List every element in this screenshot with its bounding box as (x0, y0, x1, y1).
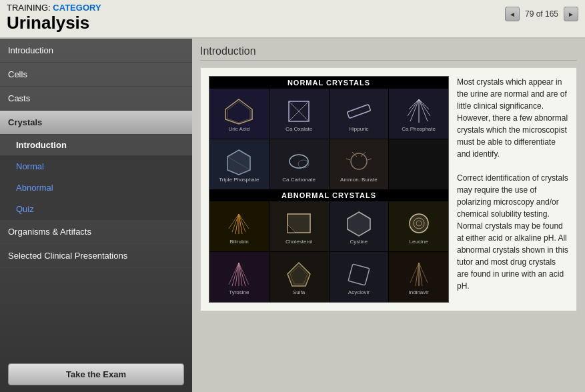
crystal-triple-phosphate: Triple Phosphate (209, 139, 269, 189)
svg-line-20 (346, 159, 350, 160)
description-paragraph-1: Most crystals which appear in the urine … (457, 76, 568, 160)
svg-line-21 (368, 159, 372, 160)
page-title: Urinalysis (7, 13, 578, 33)
crystal-ammon-burate: Ammon. Burate (330, 139, 389, 189)
page-info: 79 of 165 (522, 9, 561, 19)
svg-line-35 (232, 263, 239, 286)
crystal-sulfa-label: Sulfa (293, 289, 305, 295)
abnormal-crystals-title: ABNORMAL CRYSTALS (209, 189, 448, 201)
sidebar-item-crystals[interactable]: Crystals (0, 111, 192, 135)
svg-rect-44 (348, 264, 370, 285)
crystal-sulfa: Sulfa (269, 252, 329, 302)
sidebar-item-organisms[interactable]: Organisms & Artifacts (0, 220, 192, 244)
svg-point-17 (351, 153, 367, 169)
training-label: TRAINING: CATEGORY (7, 3, 578, 13)
svg-marker-0 (225, 99, 252, 124)
content-area: Introduction NORMAL CRYSTALS Uric Acid (192, 39, 585, 392)
crystal-acyclovir-label: Acyclovir (348, 289, 370, 295)
content-box: NORMAL CRYSTALS Uric Acid (200, 67, 577, 311)
svg-line-25 (232, 214, 239, 232)
crystal-cholesterol: Cholesterol (269, 201, 329, 251)
training-prefix: TRAINING: (7, 3, 51, 13)
crystal-uric-acid: Uric Acid (209, 89, 269, 139)
crystal-image: NORMAL CRYSTALS Uric Acid (209, 76, 449, 303)
normal-crystals-title: NORMAL CRYSTALS (209, 77, 448, 89)
svg-line-8 (409, 99, 419, 109)
crystal-leucine-label: Leucine (410, 239, 428, 245)
sidebar-subitem-crystals-abnormal[interactable]: Abnormal (0, 177, 192, 199)
content-heading: Introduction (200, 45, 577, 61)
svg-line-7 (419, 99, 429, 109)
crystal-uric-acid-label: Uric Acid (229, 126, 250, 132)
crystal-hippuric-label: Hippuric (349, 126, 368, 132)
sidebar-subitem-crystals-introduction[interactable]: Introduction (0, 135, 192, 156)
main-layout: Introduction Cells Casts Crystals Introd… (0, 39, 585, 392)
crystal-hippuric: Hippuric (330, 89, 389, 139)
crystal-ca-carbonate-label: Ca Carbonate (282, 177, 316, 183)
sidebar-item-casts[interactable]: Casts (0, 87, 192, 111)
svg-marker-13 (227, 150, 250, 175)
crystal-bilirubin: Bilirubin (209, 201, 269, 251)
svg-point-32 (410, 214, 428, 233)
crystal-indinavir: Indinavir (389, 252, 448, 302)
svg-line-39 (239, 263, 245, 286)
crystal-cholesterol-label: Cholesterol (285, 239, 312, 245)
nav-controls: ◄ 79 of 165 ► (505, 7, 578, 21)
crystal-bilirubin-label: Bilirubin (229, 239, 248, 245)
sidebar-item-introduction[interactable]: Introduction (0, 39, 192, 63)
sidebar-item-cells[interactable]: Cells (0, 63, 192, 87)
description-text: Most crystals which appear in the urine … (457, 76, 568, 303)
svg-line-26 (239, 214, 245, 232)
crystal-ca-phosphate: Ca Phosphate (389, 89, 448, 139)
crystal-ca-oxalate: Ca Oxalate (269, 89, 329, 139)
next-button[interactable]: ► (564, 7, 578, 21)
sidebar: Introduction Cells Casts Crystals Introd… (0, 39, 192, 392)
crystal-ca-phosphate-label: Ca Phosphate (402, 126, 436, 132)
crystal-ca-oxalate-label: Ca Oxalate (285, 126, 312, 132)
svg-rect-5 (347, 104, 370, 118)
svg-line-22 (235, 214, 239, 234)
crystal-indinavir-label: Indinavir (409, 289, 429, 295)
crystal-tyrosine-label: Tyrosine (229, 289, 249, 295)
sidebar-subitem-crystals-normal[interactable]: Normal (0, 156, 192, 177)
svg-line-24 (239, 214, 242, 234)
crystal-cystine: Cystine (330, 201, 389, 251)
crystal-triple-phosphate-label: Triple Phosphate (219, 177, 259, 183)
crystal-acyclovir: Acyclovir (330, 252, 389, 302)
crystal-ca-carbonate: Ca Carbonate (269, 139, 329, 189)
prev-button[interactable]: ◄ (505, 7, 520, 21)
crystal-leucine: Leucine (389, 201, 448, 251)
crystal-empty (389, 139, 448, 189)
sidebar-item-selected-clinical[interactable]: Selected Clinical Presentations (0, 244, 192, 268)
sidebar-subitem-crystals-quiz[interactable]: Quiz (0, 199, 192, 220)
description-paragraph-2: Correct identification of crystals may r… (457, 172, 568, 292)
training-category: CATEGORY (53, 3, 101, 13)
crystal-ammon-burate-label: Ammon. Burate (340, 177, 378, 183)
crystal-tyrosine: Tyrosine (209, 252, 269, 302)
svg-marker-31 (348, 212, 370, 236)
take-exam-button[interactable]: Take the Exam (8, 363, 184, 385)
svg-marker-1 (227, 101, 250, 123)
crystal-cystine-label: Cystine (350, 239, 368, 245)
header: TRAINING: CATEGORY Urinalysis ◄ 79 of 16… (0, 0, 585, 39)
